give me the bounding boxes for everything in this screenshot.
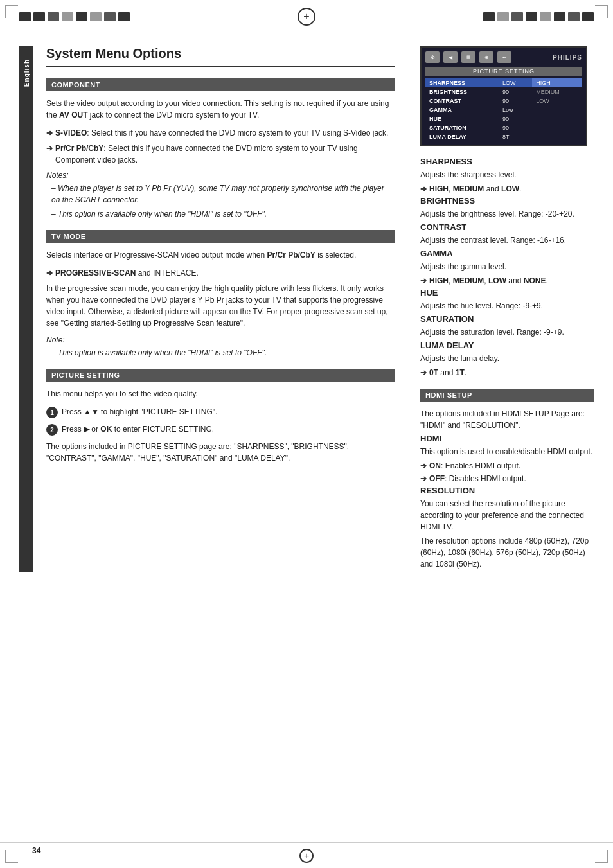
page-title: System Menu Options <box>46 46 395 67</box>
hdmi-arrow2-text: OFF: Disables HDMI output. <box>429 473 526 484</box>
right-content: ⚙ ◀ ▦ ⊕ ↩ PHILIPS PICTURE SETTING SHARPN… <box>407 46 594 572</box>
contrast-subsection: CONTRAST Adjusts the contrast level. Ran… <box>420 222 594 246</box>
picture-step2-text: Press ▶ or OK to enter PICTURE SETTING. <box>62 423 214 435</box>
gamma-arrow-text: HIGH, MEDIUM, LOW and NONE. <box>429 275 548 287</box>
brightness-subsection: BRIGHTNESS Adjusts the brightness level.… <box>420 196 594 220</box>
hdmi-setup-header: HDMI SETUP <box>420 389 594 402</box>
arrow-icon-3: ➔ <box>46 267 53 279</box>
screen-cell-saturation-value: 90 <box>499 123 532 132</box>
arrow-icon-luma: ➔ <box>420 367 427 378</box>
arrow-icon-hdmi-off: ➔ <box>420 473 427 484</box>
screen-row-brightness: BRIGHTNESS 90 MEDIUM <box>425 87 582 96</box>
arrow-icon-1: ➔ <box>46 127 53 139</box>
screen-brand-label: PHILIPS <box>553 54 582 61</box>
component-body1: Sets the video output according to your … <box>46 98 395 121</box>
screen-icon-5: ↩ <box>497 51 511 63</box>
hdmi-body: This option is used to enable/disable HD… <box>420 446 594 457</box>
screen-row-saturation: SATURATION 90 <box>425 123 582 132</box>
component-arrow2: ➔ Pr/Cr Pb/CbY: Select this if you have … <box>46 143 395 166</box>
bar-block-6 <box>90 12 102 21</box>
tv-mode-arrow1-text: PROGRESSIVE-SCAN and INTERLACE. <box>55 267 199 279</box>
picture-setting-body2: The options included in PICTURE SETTING … <box>46 441 395 464</box>
component-arrow1-desc: : Select this if you have connected the … <box>87 128 388 137</box>
bar-block-3 <box>48 12 59 21</box>
component-note2: – This option is available only when the… <box>46 208 395 220</box>
bar-block-4 <box>62 12 73 21</box>
hdmi-setup-body: The options included in HDMI SETUP Page … <box>420 408 594 431</box>
brightness-title: BRIGHTNESS <box>420 196 594 206</box>
saturation-subsection: SATURATION Adjusts the saturation level.… <box>420 314 594 338</box>
bar-block-5 <box>76 12 87 21</box>
screen-icon-2: ◀ <box>443 51 458 63</box>
screen-cell-luma-label: LUMA DELAY <box>425 132 499 141</box>
contrast-body: Adjusts the contrast level. Range: -16-+… <box>420 235 594 246</box>
screen-cell-gamma-label: GAMMA <box>425 105 499 114</box>
resolution-title: RESOLUTION <box>420 486 594 495</box>
step-num-2: 2 <box>46 424 58 436</box>
brightness-body: Adjusts the brightness level. Range: -20… <box>420 208 594 220</box>
hue-title: HUE <box>420 288 594 297</box>
screen-cell-hue-value: 90 <box>499 114 532 123</box>
screen-row-hue: HUE 90 <box>425 114 582 123</box>
screen-cell-hue-value2 <box>532 114 582 123</box>
sharpness-body: Adjusts the sharpness level. <box>420 169 594 181</box>
sharpness-arrow: ➔ HIGH, MEDIUM and LOW. <box>420 183 594 195</box>
language-tab: English <box>19 46 33 572</box>
bar-block-r6 <box>554 12 565 21</box>
bottom-crosshair-icon <box>299 849 314 863</box>
component-header: COMPONENT <box>46 78 395 91</box>
tv-mode-section: TV MODE Selects interlace or Progressive… <box>46 230 395 359</box>
tv-mode-header: TV MODE <box>46 230 395 243</box>
tv-mode-body1: Selects interlace or Progressive-SCAN vi… <box>46 249 395 261</box>
sharpness-arrow-text: HIGH, MEDIUM and LOW. <box>429 183 521 195</box>
picture-setting-section: PICTURE SETTING This menu helps you to s… <box>46 369 395 464</box>
bar-block-7 <box>104 12 116 21</box>
screen-cell-sharpness-label: SHARPNESS <box>425 78 499 87</box>
bar-block-r1 <box>483 12 495 21</box>
language-label: English <box>23 59 30 87</box>
screen-row-luma: LUMA DELAY 8T <box>425 132 582 141</box>
resolution-body2: The resolution options include 480p (60H… <box>420 535 594 570</box>
screen-cell-gamma-value2 <box>532 105 582 114</box>
bar-block-r2 <box>497 12 509 21</box>
hdmi-subsection: HDMI This option is used to enable/disab… <box>420 434 594 484</box>
contrast-title: CONTRAST <box>420 222 594 232</box>
component-note1: – When the player is set to Y Pb Pr (YUV… <box>46 182 395 206</box>
bottom-bar <box>0 842 613 868</box>
hdmi-arrow2: ➔ OFF: Disables HDMI output. <box>420 473 594 484</box>
screen-icon-1: ⚙ <box>425 51 440 63</box>
progressive-scan-label: PROGRESSIVE-SCAN <box>55 269 136 278</box>
screen-icon-4: ⊕ <box>479 51 493 63</box>
screen-cell-contrast-label: CONTRAST <box>425 96 499 105</box>
screen-cell-luma-value2 <box>532 132 582 141</box>
screen-cell-hue-label: HUE <box>425 114 499 123</box>
luma-arrow-text: 0T and 1T. <box>429 367 466 378</box>
top-bar-right-blocks <box>483 12 594 21</box>
bar-block-8 <box>118 12 130 21</box>
screen-row-contrast: CONTRAST 90 LOW <box>425 96 582 105</box>
bar-block-2 <box>33 12 45 21</box>
tv-mode-arrow1: ➔ PROGRESSIVE-SCAN and INTERLACE. <box>46 267 395 279</box>
hdmi-arrow1: ➔ ON: Enables HDMI output. <box>420 460 594 472</box>
screen-cell-saturation-value2 <box>532 123 582 132</box>
screen-icon-3: ▦ <box>461 51 475 63</box>
component-arrow1: ➔ S-VIDEO: Select this if you have conne… <box>46 127 395 139</box>
notes-label: Notes: <box>46 171 395 180</box>
hdmi-title: HDMI <box>420 434 594 443</box>
svideo-label: S-VIDEO <box>55 128 87 137</box>
screen-row-gamma: GAMMA Low <box>425 105 582 114</box>
hue-body: Adjusts the hue level. Range: -9-+9. <box>420 300 594 312</box>
top-bar-center-target <box>298 8 315 26</box>
screen-cell-gamma-value: Low <box>499 105 532 114</box>
screen-cell-saturation-label: SATURATION <box>425 123 499 132</box>
sharpness-subsection: SHARPNESS Adjusts the sharpness level. ➔… <box>420 157 594 195</box>
saturation-body: Adjusts the saturation level. Range: -9-… <box>420 326 594 338</box>
screen-cell-sharpness-value: LOW <box>499 78 532 87</box>
screen-cell-contrast-value: 90 <box>499 96 532 105</box>
tv-mode-note-label: Note: <box>46 335 395 344</box>
saturation-title: SATURATION <box>420 314 594 324</box>
luma-title: LUMA DELAY <box>420 341 594 350</box>
bar-block-r5 <box>540 12 551 21</box>
picture-step1: 1 Press ▲▼ to highlight "PICTURE SETTING… <box>46 406 395 418</box>
bar-block-r4 <box>526 12 537 21</box>
